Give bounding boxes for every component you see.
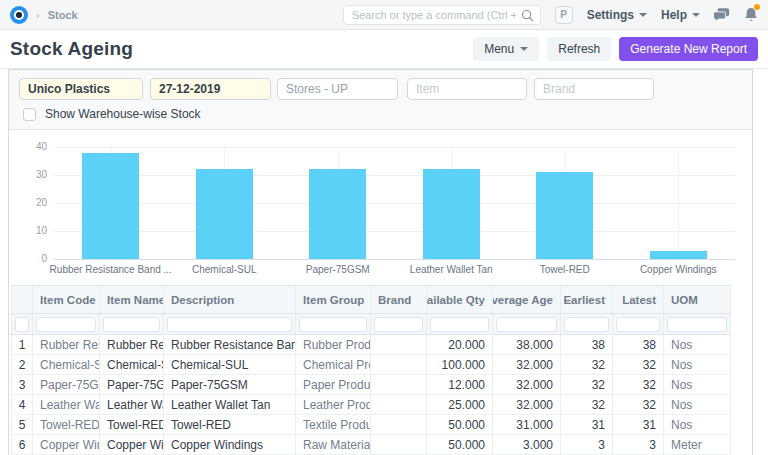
column-header-description[interactable]: Description — [164, 286, 296, 313]
column-filter-input-item-name[interactable] — [103, 317, 160, 332]
cell-uom[interactable]: Nos — [664, 355, 731, 374]
cell-uom[interactable]: Meter — [664, 435, 731, 454]
chart-bar-1[interactable] — [82, 153, 139, 259]
cell-average-age: 3.000 — [493, 435, 561, 454]
chart-bar-6[interactable] — [650, 251, 707, 259]
cell-uom[interactable]: Nos — [664, 395, 731, 414]
cell-available-qty: 20.000 — [427, 335, 493, 354]
company-filter[interactable] — [19, 78, 143, 100]
report-table: Item CodeItem NameDescriptionItem GroupB… — [11, 285, 731, 455]
menu-button[interactable]: Menu — [473, 37, 539, 61]
date-filter[interactable] — [150, 78, 271, 100]
column-filter-input-available-qty[interactable] — [430, 317, 489, 332]
breadcrumb-stock[interactable]: Stock — [48, 9, 78, 21]
cell-brand — [371, 415, 427, 434]
user-avatar[interactable]: P — [555, 6, 573, 24]
table-filter-cell — [664, 314, 731, 334]
generate-new-report-button[interactable]: Generate New Report — [619, 37, 758, 61]
cell-brand — [371, 435, 427, 454]
chart-xlabel: Copper Windings — [603, 264, 753, 275]
cell-item-code[interactable]: Towel-RED — [33, 415, 100, 434]
cell-item-group[interactable]: Paper Products — [296, 375, 371, 394]
column-header-item-code[interactable]: Item Code — [33, 286, 100, 313]
chart-bar-2[interactable] — [196, 169, 253, 259]
show-warehouse-wise-checkbox[interactable] — [23, 108, 36, 121]
cell-uom[interactable]: Nos — [664, 375, 731, 394]
app-logo-icon[interactable] — [10, 6, 28, 24]
cell-description: Chemical-SUL — [164, 355, 296, 374]
brand-filter[interactable] — [534, 78, 654, 100]
column-filter-input-description[interactable] — [167, 317, 292, 332]
cell-earliest: 32 — [561, 355, 613, 374]
help-menu[interactable]: Help — [661, 8, 700, 22]
warehouse-filter[interactable] — [277, 78, 398, 100]
cell-uom[interactable]: Nos — [664, 415, 731, 434]
cell-item-code[interactable]: Copper Windi... — [33, 435, 100, 454]
column-header-item-group[interactable]: Item Group — [296, 286, 371, 313]
refresh-button[interactable]: Refresh — [547, 37, 611, 61]
column-header-available-qty[interactable]: Available Qty — [427, 286, 493, 313]
cell-item-group[interactable]: Leather Produ... — [296, 395, 371, 414]
chart-bar-3[interactable] — [309, 169, 366, 259]
cell-item-code[interactable]: Rubber Resist... — [33, 335, 100, 354]
column-filter-input-item-group[interactable] — [299, 317, 367, 332]
cell-item-code[interactable]: Chemical-SUL — [33, 355, 100, 374]
column-filter-input-item-code[interactable] — [36, 317, 96, 332]
cell-item-group[interactable]: Textile Products — [296, 415, 371, 434]
column-header-item-name[interactable]: Item Name — [100, 286, 164, 313]
table-filter-cell — [371, 314, 427, 334]
cell-idx: 4 — [11, 395, 33, 414]
column-filter-input-average-age[interactable] — [496, 317, 557, 332]
report-card: Show Warehouse-wise Stock 403020100Rubbe… — [8, 69, 753, 455]
cell-item-group[interactable]: Raw Material — [296, 435, 371, 454]
cell-item-name: Chemical-SUL — [100, 355, 164, 374]
cell-item-code[interactable]: Leather Walle... — [33, 395, 100, 414]
cell-item-name: Copper Windi... — [100, 435, 164, 454]
cell-brand — [371, 395, 427, 414]
item-filter[interactable] — [407, 78, 527, 100]
global-search — [343, 5, 541, 25]
cell-brand — [371, 335, 427, 354]
chart-ytick-label: 10 — [9, 225, 47, 236]
notifications-button[interactable] — [744, 7, 758, 22]
column-filter-input-idx[interactable] — [15, 317, 29, 332]
table-filter-cell — [11, 314, 33, 334]
chart-vline — [678, 147, 679, 259]
page-head: Stock Ageing Menu Refresh Generate New R… — [0, 30, 768, 69]
column-filter-input-earliest[interactable] — [564, 317, 609, 332]
chat-button[interactable] — [714, 8, 730, 22]
settings-menu[interactable]: Settings — [587, 8, 647, 22]
cell-item-code[interactable]: Paper-75GSM — [33, 375, 100, 394]
app-logo-inner-ring — [14, 10, 24, 20]
column-header-latest[interactable]: Latest — [613, 286, 664, 313]
column-header-average-age[interactable]: Average Age — [493, 286, 561, 313]
chart-gridline — [54, 259, 735, 260]
cell-uom[interactable]: Nos — [664, 335, 731, 354]
cell-item-group[interactable]: Chemical Pro... — [296, 355, 371, 374]
column-header-brand[interactable]: Brand — [371, 286, 427, 313]
table-filter-cell — [296, 314, 371, 334]
column-filter-input-uom[interactable] — [667, 317, 727, 332]
cell-average-age: 32.000 — [493, 395, 561, 414]
chart-ytick-label: 20 — [9, 197, 47, 208]
table-row: 6Copper Windi...Copper Windi...Copper Wi… — [11, 435, 731, 455]
cell-item-name: Paper-75GSM — [100, 375, 164, 394]
chart-gridline — [54, 231, 735, 232]
cell-item-group[interactable]: Rubber Produ... — [296, 335, 371, 354]
cell-earliest: 32 — [561, 395, 613, 414]
search-input[interactable] — [343, 5, 541, 25]
chart-bar-4[interactable] — [423, 169, 480, 259]
chart-bar-5[interactable] — [536, 172, 593, 259]
column-header-earliest[interactable]: Earliest — [561, 286, 613, 313]
chevron-down-icon — [692, 13, 700, 17]
table-row: 5Towel-REDTowel-REDTowel-REDTextile Prod… — [11, 415, 731, 435]
cell-earliest: 31 — [561, 415, 613, 434]
column-filter-input-latest[interactable] — [616, 317, 660, 332]
cell-description: Paper-75GSM — [164, 375, 296, 394]
cell-latest: 38 — [613, 335, 664, 354]
column-filter-input-brand[interactable] — [374, 317, 423, 332]
column-header-uom[interactable]: UOM — [664, 286, 731, 313]
cell-available-qty: 50.000 — [427, 435, 493, 454]
cell-idx: 5 — [11, 415, 33, 434]
refresh-button-label: Refresh — [558, 42, 600, 56]
